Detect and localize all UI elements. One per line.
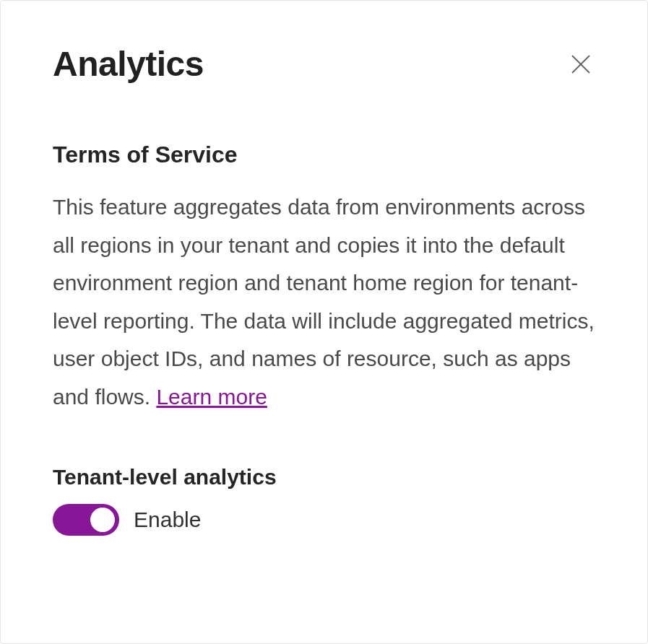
terms-heading: Terms of Service (53, 142, 595, 168)
terms-body-text: This feature aggregates data from enviro… (53, 195, 595, 409)
panel-header: Analytics (53, 44, 595, 84)
tenant-analytics-toggle[interactable] (53, 504, 119, 536)
panel-title: Analytics (53, 44, 204, 84)
terms-body: This feature aggregates data from enviro… (53, 188, 595, 416)
close-icon (568, 51, 594, 77)
learn-more-link[interactable]: Learn more (156, 385, 267, 409)
toggle-knob (90, 508, 115, 532)
tenant-analytics-toggle-label: Enable (134, 508, 201, 532)
tenant-analytics-toggle-row: Enable (53, 504, 595, 536)
tenant-analytics-heading: Tenant-level analytics (53, 465, 595, 489)
close-button[interactable] (566, 50, 595, 79)
analytics-panel: Analytics Terms of Service This feature … (0, 0, 648, 644)
